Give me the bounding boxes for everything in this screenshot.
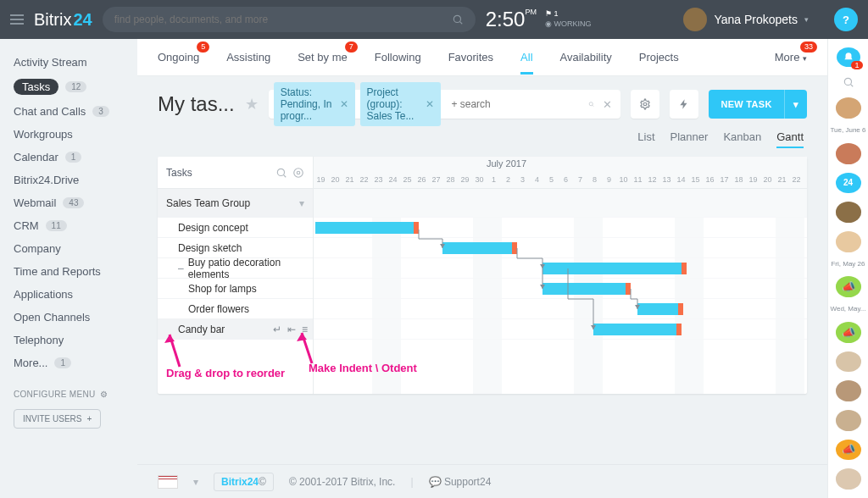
clock-time: 2:50: [486, 8, 526, 30]
view-list[interactable]: List: [637, 130, 654, 148]
sidebar-item-company[interactable]: Company: [0, 237, 137, 260]
tab-availability[interactable]: Availability: [560, 41, 612, 74]
gantt-day: 3: [515, 175, 530, 184]
support-link[interactable]: 💬 Support24: [429, 476, 492, 488]
new-task-button[interactable]: NEW TASK ▾: [709, 90, 807, 119]
indent-icon[interactable]: ↵: [273, 324, 281, 335]
global-search-input[interactable]: [114, 14, 445, 25]
sidebar-item-bitrix24-drive[interactable]: Bitrix24.Drive: [0, 169, 137, 191]
tab-more[interactable]: More ▾33: [775, 41, 807, 74]
clear-filter-icon[interactable]: ✕: [599, 98, 615, 111]
task-label: Shop for lamps: [188, 283, 257, 295]
gear-icon[interactable]: [292, 167, 304, 179]
chip-remove-icon[interactable]: ✕: [426, 98, 434, 110]
gantt-day: 13: [659, 175, 674, 184]
sidebar-item-activity-stream[interactable]: Activity Stream: [0, 51, 137, 74]
sidebar-item-chat-and-calls[interactable]: Chat and Calls3: [0, 100, 137, 123]
gantt-day: 12: [645, 175, 659, 184]
global-search[interactable]: [103, 7, 476, 32]
rail-megaphone-icon[interactable]: 📣: [836, 440, 861, 461]
gantt-bar[interactable]: [542, 263, 687, 274]
filter-search-input[interactable]: [446, 98, 583, 110]
sidebar-item-webmail[interactable]: Webmail43: [0, 191, 137, 214]
rail-avatar[interactable]: [836, 97, 861, 119]
sidebar-item-tasks[interactable]: Tasks12: [0, 74, 137, 100]
favorite-star-icon[interactable]: ★: [245, 95, 259, 113]
invite-users-button[interactable]: INVITE USERS +: [14, 409, 101, 429]
tab-all[interactable]: All: [520, 41, 532, 74]
sidebar-item-more-[interactable]: More...1: [0, 351, 137, 374]
collapse-icon[interactable]: –: [178, 263, 184, 274]
tab-badge: 5: [197, 42, 209, 53]
rail-avatar[interactable]: [836, 143, 861, 164]
gantt-row: [314, 279, 807, 299]
rail-date: Fri, May 26: [831, 261, 865, 268]
tab-ongoing[interactable]: Ongoing5: [158, 41, 199, 74]
footer-logo[interactable]: Bitrix24©: [214, 473, 274, 491]
sidebar-item-time-and-reports[interactable]: Time and Reports: [0, 260, 137, 283]
chevron-down-icon: ▾: [804, 15, 809, 24]
chevron-down-icon[interactable]: ▾: [299, 197, 304, 209]
tab-projects[interactable]: Projects: [639, 41, 679, 74]
task-label: Design sketch: [178, 242, 242, 254]
rail-bitrix24-icon[interactable]: 24: [836, 173, 861, 194]
task-row[interactable]: Sales Team Group▾: [158, 189, 313, 218]
rail-avatar[interactable]: [836, 202, 861, 223]
rail-avatar[interactable]: [836, 468, 861, 490]
gantt-row: [314, 238, 807, 258]
gantt-day: 22: [789, 175, 804, 184]
chip-remove-icon[interactable]: ✕: [340, 98, 348, 110]
gantt-day: 11: [631, 175, 645, 184]
sidebar-item-telephony[interactable]: Telephony: [0, 329, 137, 351]
gantt-bar[interactable]: [593, 324, 682, 335]
language-flag[interactable]: [158, 475, 178, 489]
new-task-dropdown[interactable]: ▾: [784, 90, 807, 119]
view-planner[interactable]: Planner: [670, 130, 709, 148]
gantt-bar[interactable]: [542, 283, 631, 295]
task-row[interactable]: –Buy patio decoration elements: [158, 258, 313, 279]
clock[interactable]: 2:50PM ⚑ 1 ◉ WORKING: [486, 8, 592, 31]
logo[interactable]: Bitrix24: [34, 10, 92, 30]
task-row[interactable]: Design sketch: [158, 238, 313, 258]
user-menu[interactable]: Yana Prokopets ▾: [683, 8, 809, 31]
menu-toggle[interactable]: [10, 14, 24, 25]
rail-megaphone-icon[interactable]: 📣: [836, 276, 861, 297]
help-button[interactable]: ?: [834, 8, 858, 31]
sidebar-item-applications[interactable]: Applications: [0, 283, 137, 306]
notifications-button[interactable]: 1: [837, 47, 860, 67]
rail-avatar[interactable]: [836, 351, 861, 373]
sidebar-item-workgroups[interactable]: Workgroups: [0, 123, 137, 146]
search-tasks-icon[interactable]: [275, 167, 287, 179]
rail-search-icon[interactable]: [840, 75, 857, 89]
automation-button[interactable]: [670, 90, 698, 119]
gantt-day: 16: [703, 175, 717, 184]
sidebar-item-crm[interactable]: CRM11: [0, 214, 137, 237]
tab-following[interactable]: Following: [375, 41, 421, 74]
settings-button[interactable]: [631, 90, 659, 119]
gantt-bar[interactable]: [315, 222, 419, 234]
filter-chip[interactable]: Project (group): Sales Te...✕: [360, 82, 442, 126]
task-row[interactable]: Shop for lamps: [158, 279, 313, 299]
rail-megaphone-icon[interactable]: 📣: [836, 322, 861, 343]
gantt-bar[interactable]: [637, 303, 683, 315]
rail-avatar[interactable]: [836, 231, 861, 252]
configure-menu[interactable]: CONFIGURE MENU ⚙: [0, 390, 137, 399]
tab-favorites[interactable]: Favorites: [448, 41, 493, 74]
sidebar-item-calendar[interactable]: Calendar1: [0, 146, 137, 169]
filter-chip[interactable]: Status: Pending, In progr...✕: [274, 82, 355, 126]
tab-assisting[interactable]: Assisting: [226, 41, 270, 74]
rail-avatar[interactable]: [836, 380, 861, 401]
view-kanban[interactable]: Kanban: [723, 130, 761, 148]
tab-set-by-me[interactable]: Set by me7: [298, 41, 348, 74]
task-row[interactable]: Order flowers: [158, 299, 313, 319]
gantt-bar[interactable]: [442, 242, 517, 254]
sidebar-item-label: Open Channels: [14, 311, 90, 324]
task-row[interactable]: Design concept: [158, 218, 313, 238]
sidebar-item-label: Bitrix24.Drive: [14, 174, 79, 186]
gantt-day: 4: [530, 175, 544, 184]
filter-search[interactable]: Status: Pending, In progr...✕Project (gr…: [269, 90, 621, 119]
view-gantt[interactable]: Gantt: [776, 130, 804, 148]
svg-point-2: [844, 79, 851, 86]
sidebar-item-open-channels[interactable]: Open Channels: [0, 306, 137, 329]
rail-avatar[interactable]: [836, 410, 861, 431]
